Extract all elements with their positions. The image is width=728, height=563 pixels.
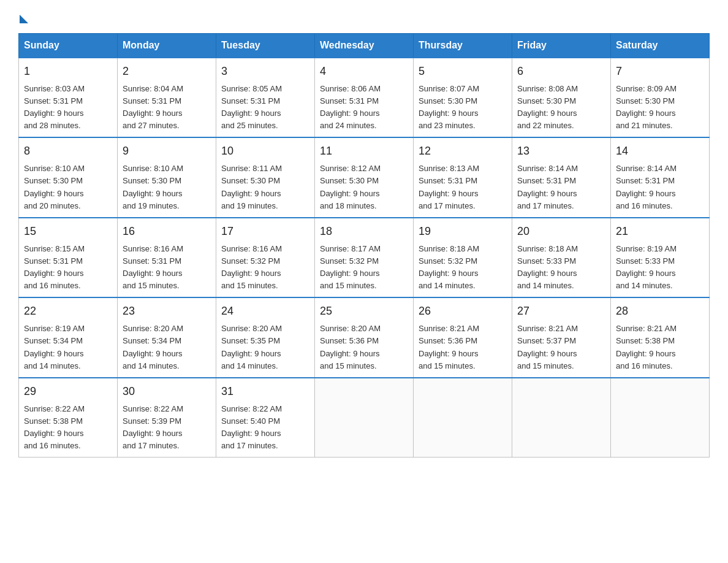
calendar-cell: 24 Sunrise: 8:20 AMSunset: 5:35 PMDaylig…: [216, 297, 315, 377]
day-info: Sunrise: 8:11 AMSunset: 5:30 PMDaylight:…: [221, 164, 282, 210]
calendar-cell: 13 Sunrise: 8:14 AMSunset: 5:31 PMDaylig…: [512, 137, 611, 217]
calendar-cell: [512, 378, 611, 458]
day-info: Sunrise: 8:07 AMSunset: 5:30 PMDaylight:…: [419, 84, 479, 130]
week-row-5: 29 Sunrise: 8:22 AMSunset: 5:38 PMDaylig…: [19, 378, 710, 458]
day-number: 6: [517, 63, 605, 80]
calendar-cell: 29 Sunrise: 8:22 AMSunset: 5:38 PMDaylig…: [19, 378, 118, 458]
day-number: 25: [320, 303, 408, 320]
day-info: Sunrise: 8:16 AMSunset: 5:31 PMDaylight:…: [123, 244, 183, 290]
day-info: Sunrise: 8:10 AMSunset: 5:30 PMDaylight:…: [123, 164, 183, 210]
day-info: Sunrise: 8:19 AMSunset: 5:33 PMDaylight:…: [616, 244, 677, 290]
day-number: 19: [419, 223, 507, 240]
day-info: Sunrise: 8:18 AMSunset: 5:33 PMDaylight:…: [517, 244, 578, 290]
calendar-cell: 22 Sunrise: 8:19 AMSunset: 5:34 PMDaylig…: [19, 297, 118, 377]
calendar-cell: [315, 378, 414, 458]
calendar-cell: [414, 378, 512, 458]
day-number: 24: [221, 303, 309, 320]
day-info: Sunrise: 8:17 AMSunset: 5:32 PMDaylight:…: [320, 244, 381, 290]
logo-triangle-icon: [20, 15, 28, 23]
calendar-cell: [611, 378, 710, 458]
calendar-cell: 26 Sunrise: 8:21 AMSunset: 5:36 PMDaylig…: [414, 297, 512, 377]
week-row-3: 15 Sunrise: 8:15 AMSunset: 5:31 PMDaylig…: [19, 218, 710, 297]
calendar-cell: 25 Sunrise: 8:20 AMSunset: 5:36 PMDaylig…: [315, 297, 414, 377]
day-header-sunday: Sunday: [19, 34, 118, 58]
day-info: Sunrise: 8:03 AMSunset: 5:31 PMDaylight:…: [24, 84, 85, 130]
day-header-wednesday: Wednesday: [315, 34, 414, 58]
day-header-friday: Friday: [512, 34, 611, 58]
day-info: Sunrise: 8:20 AMSunset: 5:36 PMDaylight:…: [320, 324, 381, 370]
day-header-monday: Monday: [118, 34, 216, 58]
calendar-cell: 1 Sunrise: 8:03 AMSunset: 5:31 PMDayligh…: [19, 58, 118, 137]
day-number: 31: [221, 383, 309, 400]
calendar-cell: 2 Sunrise: 8:04 AMSunset: 5:31 PMDayligh…: [118, 58, 216, 137]
day-info: Sunrise: 8:21 AMSunset: 5:36 PMDaylight:…: [419, 324, 479, 370]
calendar-cell: 19 Sunrise: 8:18 AMSunset: 5:32 PMDaylig…: [414, 218, 512, 297]
day-number: 13: [517, 143, 605, 160]
week-row-4: 22 Sunrise: 8:19 AMSunset: 5:34 PMDaylig…: [19, 297, 710, 377]
day-info: Sunrise: 8:15 AMSunset: 5:31 PMDaylight:…: [24, 244, 85, 290]
week-row-2: 8 Sunrise: 8:10 AMSunset: 5:30 PMDayligh…: [19, 137, 710, 217]
week-row-1: 1 Sunrise: 8:03 AMSunset: 5:31 PMDayligh…: [19, 58, 710, 137]
calendar-cell: 7 Sunrise: 8:09 AMSunset: 5:30 PMDayligh…: [611, 58, 710, 137]
day-info: Sunrise: 8:22 AMSunset: 5:38 PMDaylight:…: [24, 404, 85, 450]
day-info: Sunrise: 8:21 AMSunset: 5:38 PMDaylight:…: [616, 324, 677, 370]
day-number: 9: [123, 143, 211, 160]
day-number: 2: [123, 63, 211, 80]
day-number: 10: [221, 143, 309, 160]
calendar-cell: 20 Sunrise: 8:18 AMSunset: 5:33 PMDaylig…: [512, 218, 611, 297]
calendar-cell: 3 Sunrise: 8:05 AMSunset: 5:31 PMDayligh…: [216, 58, 315, 137]
day-info: Sunrise: 8:10 AMSunset: 5:30 PMDaylight:…: [24, 164, 85, 210]
day-number: 14: [616, 143, 704, 160]
calendar-table: SundayMondayTuesdayWednesdayThursdayFrid…: [18, 33, 710, 458]
day-info: Sunrise: 8:22 AMSunset: 5:39 PMDaylight:…: [123, 404, 183, 450]
day-number: 20: [517, 223, 605, 240]
day-number: 4: [320, 63, 408, 80]
day-info: Sunrise: 8:18 AMSunset: 5:32 PMDaylight:…: [419, 244, 479, 290]
calendar-cell: 30 Sunrise: 8:22 AMSunset: 5:39 PMDaylig…: [118, 378, 216, 458]
day-number: 29: [24, 383, 112, 400]
calendar-cell: 31 Sunrise: 8:22 AMSunset: 5:40 PMDaylig…: [216, 378, 315, 458]
day-info: Sunrise: 8:09 AMSunset: 5:30 PMDaylight:…: [616, 84, 677, 130]
day-number: 28: [616, 303, 704, 320]
page-header: [18, 12, 710, 22]
day-info: Sunrise: 8:13 AMSunset: 5:31 PMDaylight:…: [419, 164, 479, 210]
calendar-cell: 9 Sunrise: 8:10 AMSunset: 5:30 PMDayligh…: [118, 137, 216, 217]
calendar-cell: 12 Sunrise: 8:13 AMSunset: 5:31 PMDaylig…: [414, 137, 512, 217]
day-number: 5: [419, 63, 507, 80]
day-number: 27: [517, 303, 605, 320]
calendar-cell: 10 Sunrise: 8:11 AMSunset: 5:30 PMDaylig…: [216, 137, 315, 217]
day-number: 7: [616, 63, 704, 80]
calendar-cell: 5 Sunrise: 8:07 AMSunset: 5:30 PMDayligh…: [414, 58, 512, 137]
day-info: Sunrise: 8:06 AMSunset: 5:31 PMDaylight:…: [320, 84, 381, 130]
day-number: 3: [221, 63, 309, 80]
day-info: Sunrise: 8:16 AMSunset: 5:32 PMDaylight:…: [221, 244, 282, 290]
calendar-cell: 11 Sunrise: 8:12 AMSunset: 5:30 PMDaylig…: [315, 137, 414, 217]
day-number: 1: [24, 63, 112, 80]
calendar-cell: 14 Sunrise: 8:14 AMSunset: 5:31 PMDaylig…: [611, 137, 710, 217]
day-header-thursday: Thursday: [414, 34, 512, 58]
day-header-tuesday: Tuesday: [216, 34, 315, 58]
day-number: 30: [123, 383, 211, 400]
day-info: Sunrise: 8:20 AMSunset: 5:34 PMDaylight:…: [123, 324, 183, 370]
calendar-cell: 21 Sunrise: 8:19 AMSunset: 5:33 PMDaylig…: [611, 218, 710, 297]
day-number: 11: [320, 143, 408, 160]
day-info: Sunrise: 8:22 AMSunset: 5:40 PMDaylight:…: [221, 404, 282, 450]
day-info: Sunrise: 8:21 AMSunset: 5:37 PMDaylight:…: [517, 324, 578, 370]
calendar-cell: 17 Sunrise: 8:16 AMSunset: 5:32 PMDaylig…: [216, 218, 315, 297]
day-number: 26: [419, 303, 507, 320]
calendar-cell: 4 Sunrise: 8:06 AMSunset: 5:31 PMDayligh…: [315, 58, 414, 137]
calendar-cell: 16 Sunrise: 8:16 AMSunset: 5:31 PMDaylig…: [118, 218, 216, 297]
day-number: 22: [24, 303, 112, 320]
day-number: 12: [419, 143, 507, 160]
day-info: Sunrise: 8:19 AMSunset: 5:34 PMDaylight:…: [24, 324, 85, 370]
day-number: 23: [123, 303, 211, 320]
day-info: Sunrise: 8:20 AMSunset: 5:35 PMDaylight:…: [221, 324, 282, 370]
calendar-cell: 6 Sunrise: 8:08 AMSunset: 5:30 PMDayligh…: [512, 58, 611, 137]
calendar-cell: 8 Sunrise: 8:10 AMSunset: 5:30 PMDayligh…: [19, 137, 118, 217]
day-number: 18: [320, 223, 408, 240]
day-number: 21: [616, 223, 704, 240]
day-header-saturday: Saturday: [611, 34, 710, 58]
day-info: Sunrise: 8:14 AMSunset: 5:31 PMDaylight:…: [517, 164, 578, 210]
calendar-cell: 15 Sunrise: 8:15 AMSunset: 5:31 PMDaylig…: [19, 218, 118, 297]
day-info: Sunrise: 8:08 AMSunset: 5:30 PMDaylight:…: [517, 84, 578, 130]
